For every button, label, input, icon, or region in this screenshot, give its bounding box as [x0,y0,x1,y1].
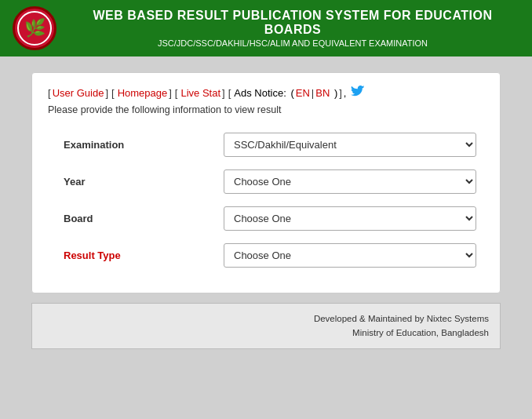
result-type-label: Result Type [48,237,220,274]
close-paren: ) [331,87,337,99]
year-select-cell: Choose One [220,163,484,200]
examination-select-cell: SSC/Dakhil/Equivalent [220,126,484,163]
examination-row: Examination SSC/Dakhil/Equivalent [48,126,484,163]
main-wrapper: [ User Guide ] [ Homepage ] [ Live Stat … [0,56,532,419]
live-stat-link[interactable]: Live Stat [180,87,220,99]
sep-1: [ [111,87,115,99]
bracket-close-4: ] [339,87,342,99]
year-row: Year Choose One [48,163,484,200]
twitter-icon[interactable] [351,86,365,100]
header-title: WEB BASED RESULT PUBLICATION SYSTEM FOR … [66,9,519,37]
header-subtitle: JSC/JDC/SSC/DAKHIL/HSC/ALIM AND EQUIVALE… [158,38,428,48]
main-card: [ User Guide ] [ Homepage ] [ Live Stat … [31,72,501,293]
board-select[interactable]: Choose One [224,206,476,231]
instruction-text: Please provide the following information… [48,104,484,115]
user-guide-link[interactable]: User Guide [53,87,104,99]
homepage-link[interactable]: Homepage [118,87,168,99]
year-label: Year [48,163,220,200]
open-paren: ( [288,87,294,99]
logo: 🌿 [13,6,56,50]
sep-2: [ [175,87,178,99]
examination-label: Examination [48,126,220,163]
board-row: Board Choose One [48,200,484,237]
result-type-select-cell: Choose One [220,237,484,274]
bracket-open-1: [ [48,87,51,99]
board-select-cell: Choose One [220,200,484,237]
footer-card: Developed & Maintained by Nixtec Systems… [31,303,501,349]
bracket-close-1: ] [105,87,108,99]
footer-line1: Developed & Maintained by Nixtec Systems [43,312,489,326]
board-label: Board [48,200,220,237]
page-header: 🌿 WEB BASED RESULT PUBLICATION SYSTEM FO… [0,0,532,56]
logo-emblem: 🌿 [24,18,46,38]
bn-link[interactable]: BN [315,87,330,99]
nav-links: [ User Guide ] [ Homepage ] [ Live Stat … [48,86,484,100]
result-type-row: Result Type Choose One [48,237,484,274]
bracket-close-3: ] [222,87,225,99]
year-select[interactable]: Choose One [224,169,476,194]
bracket-close-2: ] [169,87,172,99]
form-table: Examination SSC/Dakhil/Equivalent Year C… [48,126,484,274]
en-link[interactable]: EN [296,87,310,99]
sep-3: [ [228,87,231,99]
ads-notice-text: Ads Notice: [234,87,286,99]
examination-select[interactable]: SSC/Dakhil/Equivalent [224,133,476,157]
footer-line2: Ministry of Education, Bangladesh [43,326,489,340]
result-type-select[interactable]: Choose One [224,243,476,268]
pipe: | [312,87,314,99]
comma: , [344,87,347,99]
header-text: WEB BASED RESULT PUBLICATION SYSTEM FOR … [66,9,519,48]
